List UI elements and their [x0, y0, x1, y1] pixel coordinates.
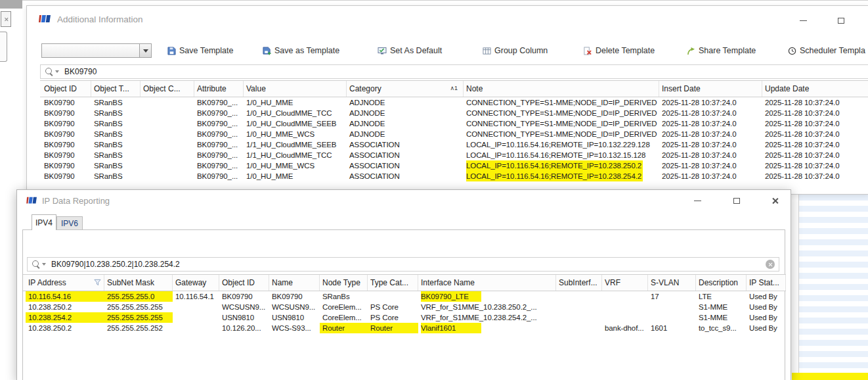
- share-template-icon: [687, 47, 695, 55]
- minimize-button[interactable]: [688, 194, 706, 207]
- filter-icon[interactable]: [94, 279, 101, 286]
- column-header-type-cat[interactable]: Type Cat...: [368, 275, 418, 291]
- toolbar-button-share-template[interactable]: Share Template: [687, 44, 756, 57]
- minimize-button[interactable]: [794, 14, 812, 27]
- tab-ipv4[interactable]: IPV4: [32, 214, 56, 230]
- cell-update-date: 2025-11-28 10:37:24.0: [762, 150, 868, 160]
- column-header-description[interactable]: Description: [696, 275, 747, 291]
- cell-subnet-mask: 255.255.255.255: [104, 312, 173, 323]
- column-header-ip-address[interactable]: IP Address: [26, 275, 104, 291]
- table-row[interactable]: BK09790SRanBSBK09790_...1/0_HU_MMEASSOCI…: [40, 171, 868, 181]
- cell-name: WCS-S93...: [269, 323, 320, 333]
- cell-subinterf: [556, 323, 602, 333]
- column-header-value[interactable]: Value: [244, 81, 347, 97]
- cell-object-id: WCSUSN9...: [219, 302, 269, 312]
- toolbar-button-label: Save Template: [179, 46, 233, 55]
- toolbar-button-label: Save as Template: [274, 46, 339, 55]
- column-header-note[interactable]: Note: [464, 81, 659, 97]
- toolbar-button-label: Share Template: [699, 46, 756, 55]
- cell-object-t: SRanBS: [91, 139, 141, 150]
- cell-name: BK09790: [269, 291, 320, 302]
- cell-category: ASSOCIATION: [347, 171, 464, 181]
- table-row[interactable]: BK09790SRanBSBK09790_...1/0_HU_MME_WCSAD…: [40, 129, 868, 139]
- cell-vrf: [602, 302, 648, 312]
- column-header-name[interactable]: Name: [269, 275, 320, 291]
- column-header-subinterf[interactable]: SubInterf...: [556, 275, 602, 291]
- table-body: BK09790SRanBSBK09790_...1/0_HU_MMEADJNOD…: [40, 97, 868, 183]
- column-header-object-id[interactable]: Object ID: [219, 275, 269, 291]
- cell-value: 1/1_HU_CloudMME_TCC: [244, 150, 347, 160]
- column-header-object-c[interactable]: Object C...: [141, 81, 194, 97]
- cell-object-id: USN9810: [219, 312, 269, 323]
- clear-search-button[interactable]: [766, 260, 775, 269]
- column-header-s-vlan[interactable]: S-VLAN: [648, 275, 696, 291]
- cell-attribute: BK09790_...: [194, 118, 244, 129]
- cell-gateway: [173, 323, 219, 333]
- cell-category: ADJNODE: [347, 108, 464, 118]
- table-row[interactable]: 10.238.250.2255.255.255.255WCSUSN9...WCS…: [23, 302, 786, 312]
- column-header-category[interactable]: Category∧1: [347, 81, 464, 97]
- cell-object-id: BK09790: [41, 118, 91, 129]
- cell-note: CONNECTION_TYPE=S1-MME;NODE_ID=IP_DERIVE…: [464, 118, 659, 129]
- column-label: Object T...: [94, 84, 129, 93]
- column-header-insert-date[interactable]: Insert Date: [659, 81, 762, 97]
- template-dropdown[interactable]: [41, 43, 152, 58]
- save-as-template-icon: [263, 47, 271, 55]
- table-row[interactable]: 10.238.254.2255.255.255.255USN9810USN981…: [23, 312, 786, 323]
- toolbar-button-group-column[interactable]: Group Column: [483, 44, 548, 57]
- background-table-rows: [799, 195, 868, 373]
- column-header-gateway[interactable]: Gateway: [173, 275, 219, 291]
- search-icon: [45, 67, 54, 76]
- column-label: Value: [246, 84, 266, 93]
- cell-type-cat: Router: [368, 323, 418, 333]
- maximize-button[interactable]: [727, 194, 746, 207]
- table-row[interactable]: BK09790SRanBSBK09790_...1/0_HU_MMEADJNOD…: [40, 97, 868, 108]
- column-header-ip-stat[interactable]: IP Stat...: [747, 275, 786, 291]
- close-button[interactable]: [766, 194, 784, 207]
- cell-ip-stat: Used By: [747, 302, 786, 312]
- column-header-subnet-mask[interactable]: SubNet Mask: [104, 275, 173, 291]
- toolbar-button-save-as-template[interactable]: Save as Template: [263, 44, 339, 57]
- table-row[interactable]: BK09790SRanBSBK09790_...1/0_HU_CloudMME_…: [40, 118, 868, 129]
- column-label: S-VLAN: [651, 278, 679, 287]
- column-header-node-type[interactable]: Node Type: [320, 275, 368, 291]
- cell-node-type: CoreElem...: [320, 312, 368, 323]
- table-row[interactable]: BK09790SRanBSBK09790_...1/0_HU_CloudMME_…: [40, 108, 868, 118]
- cell-node-type: Router: [320, 323, 368, 333]
- ip-data-reporting-window: IP Data Reporting IPV4 IPV6 IP AddressSu…: [16, 189, 791, 380]
- search-options-caret-icon[interactable]: [42, 263, 46, 266]
- table-row[interactable]: BK09790SRanBSBK09790_...1/1_HU_CloudMME_…: [40, 139, 868, 150]
- column-header-vrf[interactable]: VRF: [602, 275, 648, 291]
- column-label: Node Type: [322, 278, 360, 287]
- toolbar-button-save-template[interactable]: Save Template: [167, 44, 233, 57]
- maximize-button[interactable]: [832, 14, 850, 27]
- cell-interface-name: VRF_for_S1MME_10.238.254.2_...: [418, 312, 556, 323]
- column-header-object-t[interactable]: Object T...: [91, 81, 141, 97]
- column-label: Gateway: [175, 278, 206, 287]
- column-header-attribute[interactable]: Attribute: [194, 81, 244, 97]
- search-input[interactable]: [64, 67, 868, 76]
- column-header-update-date[interactable]: Update Date: [762, 81, 868, 97]
- table-row[interactable]: BK09790SRanBSBK09790_...1/0_HU_MME_WCSAS…: [40, 160, 868, 171]
- ip-search-box[interactable]: [27, 257, 779, 272]
- toolbar-button-scheduler-template[interactable]: Scheduler Templa: [788, 44, 865, 57]
- search-input[interactable]: [51, 260, 766, 269]
- table-row[interactable]: 10.116.54.16255.255.255.010.116.54.1BK09…: [23, 291, 786, 302]
- column-header-object-id[interactable]: Object ID: [41, 81, 91, 97]
- cell-name: WCSUSN9...: [269, 302, 320, 312]
- cell-object-id: BK09790: [41, 139, 91, 150]
- toolbar-button-set-as-default[interactable]: Set As Default: [378, 44, 442, 57]
- search-options-caret-icon[interactable]: [55, 70, 59, 73]
- cell-attribute: BK09790_...: [194, 160, 244, 171]
- column-header-interface-name[interactable]: Interface Name: [418, 275, 556, 291]
- cell-value: 1/0_HU_CloudMME_SEEB: [244, 118, 347, 129]
- highlighted-value: LOCAL_IP=10.116.54.16;REMOTE_IP=10.238.2…: [466, 160, 643, 171]
- column-label: Description: [699, 278, 738, 287]
- table-row[interactable]: 10.238.250.2255.255.255.25210.126.20...W…: [23, 323, 786, 333]
- background-close-widget[interactable]: [1, 11, 11, 27]
- cell-update-date: 2025-11-28 10:37:24.0: [762, 118, 868, 129]
- toolbar-button-delete-template[interactable]: Delete Template: [583, 44, 655, 57]
- tab-ipv6[interactable]: IPV6: [56, 216, 83, 230]
- table-row[interactable]: BK09790SRanBSBK09790_...1/1_HU_CloudMME_…: [40, 150, 868, 160]
- template-search-box[interactable]: [40, 64, 868, 79]
